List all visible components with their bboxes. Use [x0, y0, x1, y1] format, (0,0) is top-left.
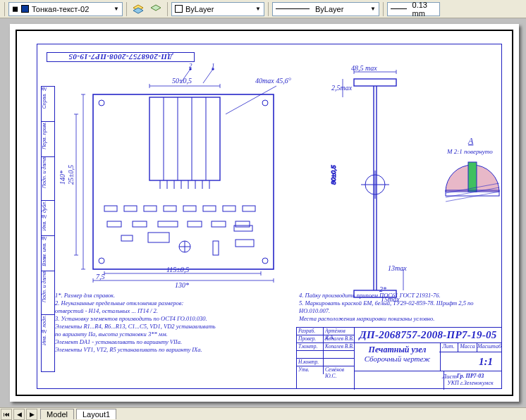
svg-rect-29	[107, 221, 121, 227]
linetype-combo[interactable]: ByLayer ▼	[272, 2, 379, 16]
layer-combo[interactable]: ◼︎ Тонкая-текст-02 ▼	[8, 2, 123, 16]
title-block-number: ДП-2068757-2008-ПР7-19-05	[355, 328, 501, 343]
svg-rect-41	[236, 240, 254, 247]
svg-text:50±0,5: 50±0,5	[172, 77, 192, 85]
title-block: Разраб.Артёмов Д.А. Провер.Копалев В.В. …	[296, 327, 502, 389]
tab-next-button[interactable]: ▶	[26, 409, 37, 420]
svg-text:М 2:1 повернуто: М 2:1 повернуто	[446, 148, 493, 155]
tab-prev-button[interactable]: ◀	[13, 409, 25, 420]
svg-text:25±0,5: 25±0,5	[67, 165, 75, 185]
tab-model[interactable]: Model	[40, 409, 74, 419]
svg-marker-2	[151, 5, 161, 11]
layer-previous-button[interactable]	[148, 1, 164, 17]
color-swatch	[175, 5, 183, 13]
svg-rect-34	[236, 221, 250, 227]
svg-rect-53	[354, 79, 396, 86]
layer-state-icon: ◼︎	[12, 4, 18, 13]
svg-text:A: A	[467, 136, 474, 146]
svg-rect-26	[203, 206, 216, 211]
svg-text:1: 1	[212, 62, 215, 69]
svg-text:115±0,5: 115±0,5	[166, 266, 189, 273]
svg-rect-32	[188, 221, 202, 227]
drawing-canvas[interactable]: Справ. № Перв. прим. Подп. и дата Инв. №…	[0, 18, 526, 407]
svg-text:40max 45,6°: 40max 45,6°	[255, 77, 291, 85]
layer-manager-button[interactable]	[130, 1, 146, 17]
svg-rect-22	[124, 206, 137, 211]
svg-text:80±0,5: 80±0,5	[330, 165, 337, 185]
svg-rect-28	[243, 206, 255, 211]
layout-tab-bar: ⏮ ◀ ▶ Model Layout1	[0, 407, 526, 420]
svg-rect-30	[133, 221, 147, 227]
svg-rect-25	[183, 206, 196, 211]
svg-text:130*: 130*	[175, 281, 189, 289]
svg-rect-24	[164, 206, 176, 211]
svg-point-4	[99, 100, 104, 106]
svg-text:2,5max: 2,5max	[331, 84, 353, 92]
lineweight-preview	[391, 8, 407, 9]
layers-icon	[133, 4, 144, 14]
chevron-down-icon: ▼	[114, 6, 119, 12]
svg-rect-27	[223, 206, 236, 211]
svg-point-6	[99, 258, 104, 264]
svg-text:13max: 13max	[388, 264, 407, 272]
color-combo[interactable]: ByLayer ▼	[171, 2, 264, 16]
linetype-preview	[276, 8, 310, 9]
layer-color-swatch	[21, 5, 29, 13]
color-name: ByLayer	[185, 5, 214, 13]
paper: Справ. № Перв. прим. Подп. и дата Инв. №…	[10, 24, 519, 402]
svg-point-5	[262, 100, 268, 106]
svg-rect-33	[212, 221, 226, 227]
svg-rect-8	[149, 97, 220, 180]
layer-name: Тонкая-текст-02	[32, 5, 89, 13]
chevron-down-icon: ▼	[370, 6, 376, 12]
svg-line-52	[226, 86, 276, 114]
svg-rect-23	[144, 206, 157, 211]
svg-text:7,5: 7,5	[96, 273, 105, 280]
svg-text:140*: 140*	[59, 171, 66, 185]
svg-text:48,5 max: 48,5 max	[351, 64, 377, 72]
tab-first-button[interactable]: ⏮	[1, 409, 12, 420]
svg-line-50	[203, 69, 213, 83]
svg-line-68	[446, 192, 499, 202]
lineweight-combo[interactable]: 0.13 mm	[387, 2, 440, 16]
notes-right: 4. Пайку производить припоем ПОС61 ГОСТ …	[299, 292, 496, 323]
svg-rect-36	[148, 233, 169, 242]
svg-rect-64	[468, 162, 477, 192]
properties-toolbar: ◼︎ Тонкая-текст-02 ▼ ByLayer ▼ ByLayer ▼…	[0, 0, 526, 18]
layers-prev-icon	[150, 4, 161, 14]
svg-text:2: 2	[189, 62, 192, 69]
lineweight-name: 0.13 mm	[412, 1, 436, 18]
chevron-down-icon: ▼	[255, 6, 261, 12]
svg-rect-35	[121, 235, 133, 241]
notes-left: 1*. Размер для справок. 2. Неуказанные п…	[55, 292, 295, 354]
svg-rect-21	[104, 206, 117, 211]
svg-point-7	[262, 258, 268, 264]
linetype-name: ByLayer	[315, 5, 343, 13]
svg-rect-3	[93, 94, 274, 269]
svg-rect-31	[158, 221, 178, 227]
tab-layout1[interactable]: Layout1	[76, 409, 116, 419]
svg-rect-40	[213, 241, 219, 255]
